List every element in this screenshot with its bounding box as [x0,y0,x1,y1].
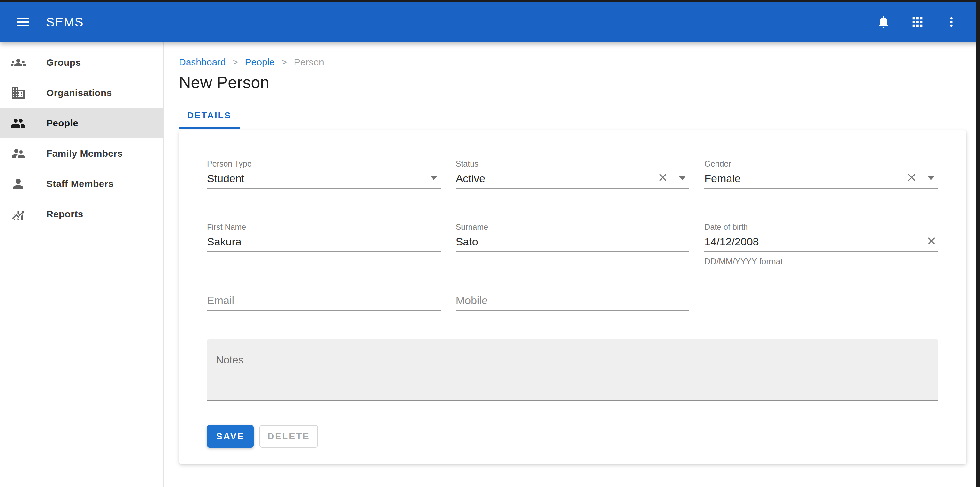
sidebar-item-groups[interactable]: Groups [0,47,163,78]
appbar-actions [875,13,960,31]
breadcrumb-people-link[interactable]: People [245,57,275,68]
form-actions: SAVE DELETE [207,425,938,448]
tab-bar: DETAILS [179,110,980,129]
details-card: Person Type Student Status Active [179,130,966,464]
first-name-value: Sakura [207,235,441,251]
menu-icon[interactable] [14,13,32,31]
status-value: Active [456,172,690,188]
app-bar: SEMS [0,2,980,43]
sidebar-item-organisations[interactable]: Organisations [0,78,163,108]
date-of-birth-field[interactable]: Date of birth 14/12/2008 DD/MM/YYYY form… [704,222,938,252]
form-row-2: First Name Sakura Surname Sato Date of b… [207,222,938,252]
sidebar-item-staff-members[interactable]: Staff Members [0,168,163,199]
form-row-3: Email Mobile [207,293,938,311]
surname-field[interactable]: Surname Sato [456,222,690,252]
tab-details[interactable]: DETAILS [179,110,240,129]
organisation-icon [11,85,26,100]
breadcrumb: Dashboard > People > Person [179,57,980,68]
chevron-down-icon[interactable] [427,171,440,184]
sidebar-item-label: People [46,118,78,128]
sidebar-item-family-members[interactable]: Family Members [0,138,163,168]
main-content: Dashboard > People > Person New Person D… [164,43,980,487]
clear-icon[interactable] [925,235,937,247]
clear-icon[interactable] [657,171,669,184]
field-label: First Name [207,222,441,232]
notes-textarea[interactable]: Notes [207,339,938,401]
app-title: SEMS [46,15,83,29]
save-button[interactable]: SAVE [207,425,254,448]
family-members-icon [11,146,26,161]
status-select[interactable]: Status Active [456,159,690,189]
form-row-1: Person Type Student Status Active [207,159,938,189]
breadcrumb-separator: > [282,57,287,67]
notes-placeholder: Notes [216,354,929,366]
breadcrumb-separator: > [233,57,238,67]
apps-grid-icon[interactable] [908,13,926,31]
sidebar-item-label: Staff Members [46,178,114,189]
sidebar-nav: Groups Organisations People Family Membe… [0,43,164,487]
sidebar-item-reports[interactable]: Reports [0,199,163,229]
date-of-birth-value: 14/12/2008 [704,235,938,251]
chevron-down-icon[interactable] [676,171,689,184]
chevron-down-icon[interactable] [925,171,937,184]
window-right-edge [976,0,980,487]
sidebar-item-label: Organisations [46,87,112,98]
page: SEMS Groups [0,0,980,487]
staff-member-icon [11,176,26,192]
surname-value: Sato [456,235,690,251]
field-label: Gender [704,159,938,168]
field-label: Person Type [207,159,441,168]
person-type-value: Student [207,172,441,188]
email-field[interactable]: Email [207,293,441,311]
date-format-hint: DD/MM/YYYY format [704,257,783,267]
more-vertical-icon[interactable] [942,13,960,31]
clear-icon[interactable] [905,171,918,184]
breadcrumb-dashboard-link[interactable]: Dashboard [179,57,226,68]
people-icon [11,116,26,131]
first-name-field[interactable]: First Name Sakura [207,222,441,252]
field-label: Surname [456,222,690,232]
window-top-edge [0,0,980,2]
sidebar-item-people[interactable]: People [0,108,163,138]
gender-value: Female [704,172,938,188]
delete-button[interactable]: DELETE [259,425,318,448]
breadcrumb-current: Person [294,57,324,68]
mobile-placeholder: Mobile [456,293,690,310]
sidebar-item-label: Family Members [46,148,123,159]
sidebar-item-label: Reports [46,209,83,220]
groups-icon [11,55,26,70]
sidebar-item-label: Groups [46,57,81,68]
field-label: Date of birth [704,222,938,232]
notifications-bell-icon[interactable] [875,13,892,31]
gender-select[interactable]: Gender Female [704,159,938,189]
person-type-select[interactable]: Person Type Student [207,159,441,189]
page-title: New Person [179,73,980,92]
mobile-field[interactable]: Mobile [456,293,690,311]
field-label: Status [456,159,690,168]
email-placeholder: Email [207,293,441,310]
reports-icon [11,206,26,222]
